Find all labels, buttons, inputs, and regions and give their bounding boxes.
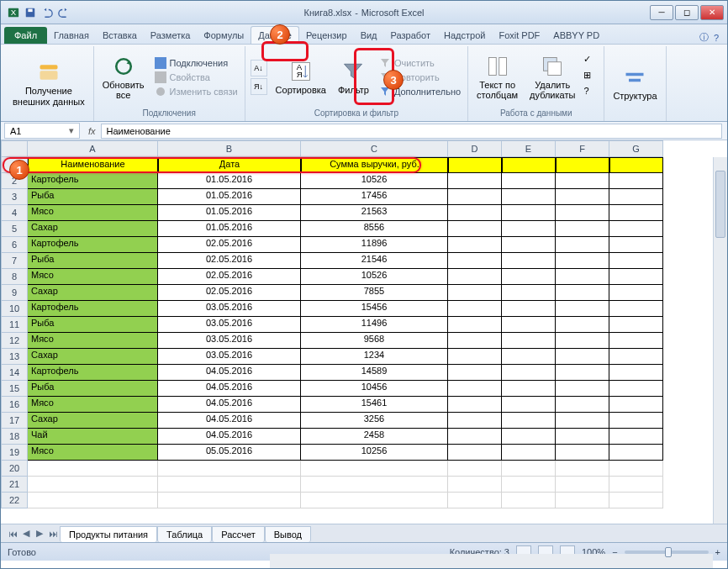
cell[interactable]: 7855 <box>301 285 448 301</box>
cell[interactable] <box>448 413 502 429</box>
cell[interactable] <box>609 253 663 269</box>
sort-button[interactable]: АЯ Сортировка <box>272 58 330 97</box>
cell[interactable]: 17456 <box>301 189 448 205</box>
cell[interactable]: Наименование <box>28 157 158 173</box>
cell[interactable]: Мясо <box>28 397 158 413</box>
cell[interactable] <box>502 301 556 317</box>
cell[interactable] <box>609 157 663 173</box>
cell[interactable] <box>556 317 609 333</box>
cell[interactable]: Сахар <box>28 221 158 237</box>
cell[interactable] <box>609 269 663 285</box>
redo-icon[interactable] <box>56 5 71 20</box>
minimize-ribbon-icon[interactable]: ⓘ <box>699 31 709 44</box>
clear-filter-button[interactable]: Очистить <box>377 56 462 70</box>
remove-duplicates-button[interactable]: Удалить дубликаты <box>526 53 578 102</box>
close-button[interactable]: ✕ <box>700 5 724 20</box>
row-header[interactable]: 20 <box>1 461 28 477</box>
cell[interactable] <box>609 333 663 349</box>
cell[interactable]: Мясо <box>28 205 158 221</box>
validation-icon[interactable]: ✓ <box>583 54 599 69</box>
cell[interactable] <box>609 429 663 445</box>
edit-links-button[interactable]: Изменить связи <box>153 85 240 98</box>
cell[interactable] <box>556 253 609 269</box>
text-to-columns-button[interactable]: Текст по столбцам <box>473 53 521 102</box>
row-header[interactable]: 6 <box>1 237 28 253</box>
row-header[interactable]: 4 <box>1 205 28 221</box>
cell[interactable]: 04.05.2016 <box>158 397 301 413</box>
cell[interactable] <box>502 397 556 413</box>
cell[interactable]: 11896 <box>301 237 448 253</box>
cell[interactable] <box>448 429 502 445</box>
tab-abbyy[interactable]: ABBYY PD <box>546 27 606 44</box>
sheet-tab-3[interactable]: Рассчет <box>212 526 265 542</box>
sheet-tab-2[interactable]: Таблица <box>157 526 212 542</box>
row-header[interactable]: 7 <box>1 253 28 269</box>
cell[interactable] <box>448 221 502 237</box>
cell[interactable]: Сахар <box>28 285 158 301</box>
row-header[interactable]: 3 <box>1 189 28 205</box>
cell[interactable] <box>609 493 663 508</box>
cell[interactable] <box>556 349 609 365</box>
cell[interactable] <box>448 237 502 253</box>
cell[interactable] <box>556 237 609 253</box>
row-header[interactable]: 18 <box>1 429 28 445</box>
tab-view[interactable]: Вид <box>354 27 384 44</box>
col-header-A[interactable]: A <box>28 140 158 157</box>
cell[interactable] <box>502 477 556 493</box>
cell[interactable] <box>502 317 556 333</box>
cell[interactable]: 04.05.2016 <box>158 429 301 445</box>
cell[interactable]: Рыба <box>28 381 158 397</box>
tab-addins[interactable]: Надстрой <box>437 27 492 44</box>
formula-input[interactable]: Наименование <box>101 124 722 139</box>
cell[interactable] <box>609 237 663 253</box>
cell[interactable] <box>502 445 556 461</box>
cell[interactable] <box>502 381 556 397</box>
connections-button[interactable]: Подключения <box>153 56 240 70</box>
cell[interactable] <box>609 189 663 205</box>
help-icon[interactable]: ? <box>714 33 719 43</box>
cell[interactable] <box>609 205 663 221</box>
cell[interactable] <box>502 493 556 508</box>
outline-button[interactable]: Структура <box>609 64 660 103</box>
cell[interactable] <box>609 477 663 493</box>
row-header[interactable]: 17 <box>1 413 28 429</box>
select-all-corner[interactable] <box>1 140 28 157</box>
maximize-button[interactable]: ◻ <box>675 5 699 20</box>
vertical-scrollbar[interactable] <box>713 157 727 524</box>
cell[interactable] <box>502 253 556 269</box>
cell[interactable]: 01.05.2016 <box>158 221 301 237</box>
tab-dev[interactable]: Разработ <box>384 27 437 44</box>
sort-desc-icon[interactable]: Я↓ <box>251 78 267 95</box>
cell[interactable]: 9568 <box>301 333 448 349</box>
cell[interactable] <box>556 397 609 413</box>
external-data-button[interactable]: Получение внешних данных <box>9 59 88 108</box>
cell[interactable] <box>28 461 158 477</box>
cell[interactable]: 10526 <box>301 173 448 189</box>
row-header[interactable]: 8 <box>1 269 28 285</box>
cell[interactable] <box>502 157 556 173</box>
cell[interactable] <box>448 477 502 493</box>
cell[interactable] <box>556 477 609 493</box>
cell[interactable]: 10456 <box>301 381 448 397</box>
cell[interactable] <box>556 413 609 429</box>
sheet-tab-4[interactable]: Вывод <box>265 526 311 542</box>
cell[interactable] <box>448 317 502 333</box>
cell[interactable]: 04.05.2016 <box>158 365 301 381</box>
cell[interactable] <box>448 253 502 269</box>
tab-insert[interactable]: Вставка <box>96 27 144 44</box>
cell[interactable]: Мясо <box>28 269 158 285</box>
cell[interactable] <box>502 189 556 205</box>
cell[interactable]: 03.05.2016 <box>158 349 301 365</box>
cell[interactable]: Сахар <box>28 349 158 365</box>
cell[interactable] <box>609 349 663 365</box>
cell[interactable] <box>502 461 556 477</box>
row-header[interactable]: 5 <box>1 221 28 237</box>
cell[interactable] <box>609 285 663 301</box>
cell[interactable] <box>448 157 502 173</box>
cell[interactable] <box>609 317 663 333</box>
save-icon[interactable] <box>23 5 38 20</box>
tab-layout[interactable]: Разметка <box>144 27 198 44</box>
cell[interactable]: 04.05.2016 <box>158 381 301 397</box>
col-header-E[interactable]: E <box>502 140 556 157</box>
row-header[interactable]: 9 <box>1 285 28 301</box>
